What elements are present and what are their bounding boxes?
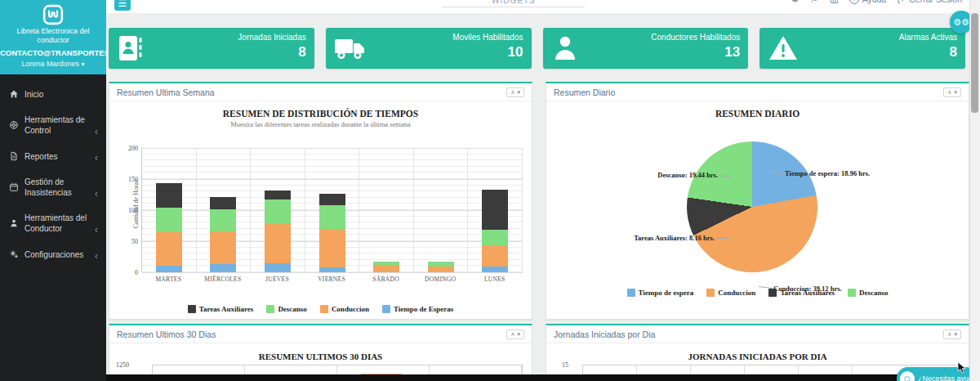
mouse-cursor (957, 361, 967, 378)
sidebar-item-label: Reportes (24, 151, 95, 162)
pie-label-descanso: Descanso: 19.44 hrs. (657, 171, 718, 179)
legend-item-conduccion: Conduccion (706, 289, 755, 297)
chevron-left-icon: ‹ (95, 252, 98, 260)
daily-pie-chart: Descanso: 19.44 hrs. Tiempo de espera: 1… (546, 119, 969, 315)
legend-item-tiempo-de-esperas: Tiempo de Esperas (382, 305, 453, 313)
bar-segment-descanso (156, 208, 182, 232)
panel-journeys-collapse-button[interactable]: ∧▾ (943, 329, 961, 339)
panel-daily-collapse-button[interactable]: ∧▾ (943, 87, 961, 97)
bar-segment-tiempo-de-esperas (265, 263, 291, 272)
bell-icon[interactable] (791, 0, 800, 4)
bar-viernes (319, 194, 345, 272)
bar-segment-tareas-auxiliares (319, 194, 345, 205)
bar-segment-tareas-auxiliares (265, 190, 291, 199)
user-menu[interactable]: Lorena Mardones ▾ (0, 60, 106, 68)
journeys-y-tick: 15 (550, 361, 568, 369)
stat-card-conductores-habilitados: Conductores Habilitados13 (543, 28, 749, 69)
panel-week-title: Resumen Ultima Semana (117, 87, 215, 97)
x-tick-label: SÁBADO (359, 276, 413, 283)
flag-icon[interactable]: ⚑ (810, 0, 819, 4)
stat-card-value: 8 (950, 44, 957, 61)
week-chart-subtitle: Muestra las diferentes tareas realizadas… (109, 120, 532, 128)
help-icon: ? (849, 0, 859, 4)
panel-week-collapse-button[interactable]: ∧▾ (506, 87, 524, 97)
bottom-dark-strip (106, 374, 980, 381)
y-tick-label: 50 (131, 238, 138, 245)
control-icon (8, 119, 20, 131)
daily-chart-title: RESUMEN DIARIO (546, 109, 969, 119)
pie-graphic (687, 141, 817, 272)
bar-segment-tareas-auxiliares (156, 183, 182, 208)
account-email: CONTACTO@TRANSPORTESANC (0, 48, 106, 57)
stat-card-value: 13 (724, 44, 740, 61)
sidebar-item-label: Gestión de Inasistencias (24, 177, 95, 198)
panel-month-collapse-button[interactable]: ∧▾ (506, 329, 524, 339)
panel-daily-title: Resumen Diario (554, 87, 615, 97)
warning-icon (768, 34, 799, 66)
x-tick-label: LUNES (467, 276, 522, 283)
bar-jueves (265, 190, 291, 272)
legend-item-descanso: Descanso (848, 289, 889, 297)
week-x-axis-labels: MARTESMIÉRCOLESJUEVESVIERNESSÁBADODOMING… (141, 276, 522, 283)
bar-sabado (373, 262, 399, 272)
bar-martes (156, 183, 182, 272)
sidebar-nav: InicioHerramientas de Control‹Reportes‹G… (0, 74, 106, 267)
stat-card-label: Alarmas Activas (899, 33, 957, 42)
chat-label: ¿Necesitas ayuda? (918, 374, 977, 381)
gears-icon: ⚙⚙ (953, 17, 969, 27)
chevron-left-icon: ‹ (95, 128, 98, 136)
caret-down-icon: ▾ (954, 331, 957, 338)
chevron-left-icon: ‹ (95, 226, 98, 234)
panel-month-title: Resumen Ultimos 30 Dias (117, 329, 216, 339)
sidebar-item-label: Herramientas del Conductor (24, 213, 95, 234)
logout-link[interactable]: Cerrar Sesión (897, 0, 962, 4)
sidebar-item-label: Inicio (24, 89, 98, 100)
legend-item-tareas-auxiliares: Tareas Auxiliares (188, 305, 254, 313)
caret-down-icon: ▾ (954, 89, 957, 96)
bar-segment-tareas-auxiliares (210, 197, 236, 209)
reports-icon (8, 150, 20, 162)
calendar-icon (8, 182, 20, 193)
stat-card-alarmas-activas: Alarmas Activas8 (760, 28, 965, 69)
sidebar-item-inicio[interactable]: Inicio (0, 81, 106, 107)
sidebar-item-herramientas-del-conductor[interactable]: Herramientas del Conductor‹ (0, 205, 106, 241)
week-chart-title: RESUMEN DE DISTRIBUCIÓN DE TIEMPOS (109, 109, 532, 119)
month-chart-title: RESUMEN ULTIMOS 30 DIAS (109, 352, 532, 361)
week-chart-legend: Tareas AuxiliaresDescansoConduccionTiemp… (109, 305, 532, 313)
y-tick-label: 0 (135, 269, 138, 276)
help-link[interactable]: ? Ayuda (849, 0, 887, 4)
bar-segment-conduccion (265, 224, 291, 264)
panel-month: Resumen Ultimos 30 Dias ∧▾ RESUMEN ULTIM… (109, 324, 532, 381)
chevron-up-icon: ∧ (510, 89, 514, 96)
chevron-up-icon: ∧ (947, 89, 951, 96)
bar-segment-descanso (482, 230, 508, 245)
app-logo-icon (0, 4, 106, 25)
bar-segment-descanso (210, 209, 236, 231)
sidebar-item-herramientas-de-control[interactable]: Herramientas de Control‹ (0, 107, 106, 143)
page-title: WIDGETS (443, 0, 585, 7)
sidebar: Libreta Electronica del conductor CONTAC… (0, 0, 106, 381)
sidebar-item-reportes[interactable]: Reportes‹ (0, 143, 106, 169)
truck-icon (334, 34, 367, 66)
menu-toggle-button[interactable]: ☰ (114, 0, 131, 11)
logout-icon (897, 0, 906, 4)
chevron-up-icon: ∧ (510, 331, 514, 338)
bar-segment-conduccion (319, 229, 345, 267)
stat-cards: Jornadas Iniciadas8Moviles Habilitados10… (109, 28, 965, 69)
panel-daily: Resumen Diario ∧▾ RESUMEN DIARIO Descans… (546, 82, 969, 320)
stat-card-label: Jornadas Iniciadas (238, 33, 305, 42)
calendar-grid-icon[interactable] (830, 0, 839, 4)
sidebar-item-gestion-de-inasistencias[interactable]: Gestión de Inasistencias‹ (0, 169, 106, 205)
sidebar-item-configuraciones[interactable]: Configuraciones‹ (0, 241, 106, 267)
legend-item-conduccion: Conduccion (320, 305, 369, 313)
stat-card-label: Moviles Habilitados (452, 33, 523, 42)
caret-down-icon: ▾ (517, 331, 520, 338)
scrollbar-track[interactable] (969, 0, 980, 381)
x-tick-label: DOMINGO (413, 276, 468, 283)
y-tick-label: 100 (128, 207, 138, 214)
chat-smiley-icon: ☺ (900, 371, 915, 381)
pie-label-tiempo-espera: Tiempo de espera: 18.96 hrs. (785, 169, 870, 177)
bar-segment-conduccion (482, 245, 508, 267)
week-stacked-bar-chart: Cantidad de Horas 050100150200 MARTESMIÉ… (109, 128, 532, 316)
scrollbar-thumb[interactable] (971, 13, 978, 113)
